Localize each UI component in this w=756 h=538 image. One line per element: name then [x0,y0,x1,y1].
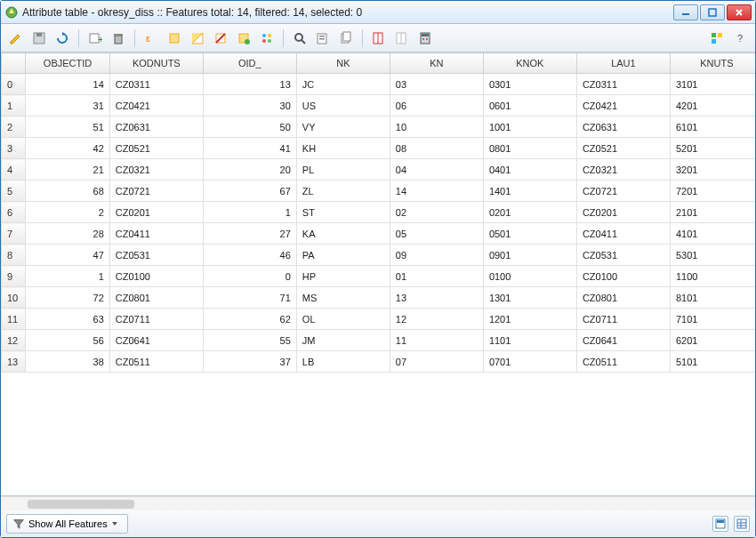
cell[interactable]: 0 [203,266,296,287]
cell[interactable]: 13 [203,74,296,95]
cell[interactable]: 0201 [483,202,576,223]
cell[interactable]: 09 [390,245,483,266]
cell[interactable]: 0801 [483,138,576,159]
cell[interactable]: CZ0100 [109,266,203,287]
cell[interactable]: 31 [26,95,110,116]
cell[interactable]: CZ0801 [576,287,670,309]
zoom-to-selected-icon[interactable] [290,28,310,48]
cell[interactable]: CZ0801 [109,287,203,309]
cell[interactable]: 28 [26,223,110,245]
cell[interactable]: PL [296,159,390,181]
cell[interactable]: 50 [203,116,296,138]
pan-to-selected-icon[interactable] [313,28,333,48]
cell[interactable]: CZ0531 [576,245,670,266]
cell[interactable]: 0501 [483,223,576,245]
cell[interactable]: KA [296,223,390,245]
cell[interactable]: 0701 [483,351,576,373]
cell[interactable]: 67 [203,181,296,202]
row-number-cell[interactable]: 9 [2,266,26,287]
cell[interactable]: 01 [390,266,483,287]
cell[interactable]: LB [296,351,390,373]
reload-icon[interactable] [52,28,72,48]
row-number-cell[interactable]: 4 [2,159,26,181]
table-view-icon[interactable] [734,516,750,532]
cell[interactable]: 5101 [670,351,755,373]
cell[interactable]: 11 [390,330,483,351]
minimize-button[interactable] [673,4,698,20]
row-number-cell[interactable]: 0 [2,74,26,95]
cell[interactable]: CZ0641 [109,330,203,351]
cell[interactable]: 1101 [483,330,576,351]
cell[interactable]: PA [296,245,390,266]
cell[interactable]: CZ0321 [576,159,670,181]
help-icon[interactable]: ? [730,28,750,48]
cell[interactable]: 05 [390,223,483,245]
column-header[interactable]: NK [296,53,390,74]
cell[interactable]: 14 [390,181,483,202]
table-row[interactable]: 1072CZ080171MS131301CZ0801810137 [2,287,756,309]
row-number-cell[interactable]: 6 [2,202,26,223]
cell[interactable]: 06 [390,95,483,116]
cell[interactable]: CZ0201 [109,202,203,223]
table-row[interactable]: 1256CZ064155JM111101CZ0641620137 [2,330,756,351]
cell[interactable]: 2 [26,202,110,223]
cell[interactable]: 6101 [670,116,755,138]
table-row[interactable]: 62CZ02011ST020201CZ0201210132 [2,202,756,223]
row-number-cell[interactable]: 8 [2,245,26,266]
cell[interactable]: 12 [390,309,483,330]
cell[interactable]: CZ0100 [576,266,670,287]
row-number-cell[interactable]: 7 [2,223,26,245]
table-row[interactable]: 728CZ041127KA050501CZ0411410134 [2,223,756,245]
cell[interactable]: 0901 [483,245,576,266]
cell[interactable]: 20 [203,159,296,181]
cell[interactable]: CZ0711 [576,309,670,330]
cell[interactable]: 7201 [670,181,755,202]
delete-icon[interactable] [109,28,128,48]
cell[interactable]: HP [296,266,390,287]
cell[interactable]: 62 [203,309,296,330]
save-icon[interactable] [29,28,49,48]
cell[interactable]: CZ0411 [576,223,670,245]
cell[interactable]: 5201 [670,138,755,159]
cell[interactable]: 56 [26,330,110,351]
cell[interactable]: VY [296,116,390,138]
table-row[interactable]: 1338CZ051137LB070701CZ0511510135 [2,351,756,373]
form-view-icon[interactable] [712,516,728,532]
cell[interactable]: CZ0411 [109,223,203,245]
cell[interactable]: JM [296,330,390,351]
table-row[interactable]: 421CZ032120PL040401CZ0321320134 [2,159,756,181]
cell[interactable]: CZ0311 [109,74,203,95]
row-number-cell[interactable]: 10 [2,287,26,309]
row-number-cell[interactable]: 11 [2,309,26,330]
cell[interactable]: JC [296,74,390,95]
maximize-button[interactable] [700,4,725,20]
cell[interactable]: 27 [203,223,296,245]
row-number-cell[interactable]: 12 [2,330,26,351]
show-all-features-button[interactable]: Show All Features [6,514,128,534]
table-row[interactable]: 131CZ042130US060601CZ0421420135 [2,95,756,116]
cell[interactable]: CZ0631 [109,116,203,138]
column-header[interactable]: KN [390,53,483,74]
cell[interactable]: CZ0421 [576,95,670,116]
expression-select-icon[interactable]: ε [141,28,161,48]
copy-rows-icon[interactable] [336,28,356,48]
row-number-header[interactable] [2,53,26,74]
cell[interactable]: 10 [390,116,483,138]
horizontal-scrollbar[interactable] [1,496,755,510]
cell[interactable]: 0100 [483,266,576,287]
cell[interactable]: ST [296,202,390,223]
cell[interactable]: CZ0521 [576,138,670,159]
cell[interactable]: 13 [390,287,483,309]
add-feature-icon[interactable]: + [85,28,105,48]
cell[interactable]: 63 [26,309,110,330]
column-header[interactable]: OBJECTID [26,53,110,74]
table-scroll-area[interactable]: OBJECTIDKODNUTSOID_NKKNKNOKLAU1KNUTS 014… [1,52,755,496]
cell[interactable]: 7101 [670,309,755,330]
cell[interactable]: 1001 [483,116,576,138]
table-row[interactable]: 014CZ031113JC030301CZ0311310133 [2,74,756,95]
filter-selection-icon[interactable] [234,28,253,48]
cell[interactable]: 47 [26,245,110,266]
scrollbar-thumb[interactable] [28,500,134,509]
cell[interactable]: 0401 [483,159,576,181]
cell[interactable]: CZ0311 [576,74,670,95]
